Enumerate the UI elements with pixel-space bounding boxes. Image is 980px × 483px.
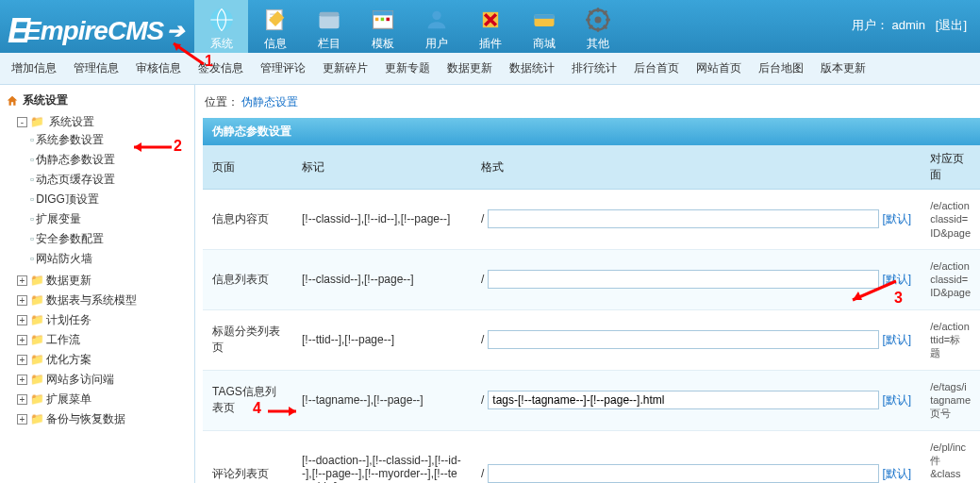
cell-target: /e/tags/i tagname 页号 bbox=[921, 370, 980, 430]
menu-icon bbox=[261, 6, 290, 34]
tree-leaf[interactable]: 安全参数配置 bbox=[36, 232, 104, 245]
file-icon: ▫ bbox=[30, 153, 34, 166]
cell-target: /e/action ttid=标题 bbox=[921, 309, 980, 370]
cell-target: /e/pl/inc 件&class ID&page 序&temp bbox=[921, 430, 980, 483]
menu-商城[interactable]: 商城 bbox=[517, 0, 571, 53]
user-label: 用户： bbox=[852, 18, 889, 32]
tree-leaf[interactable]: 系统参数设置 bbox=[36, 133, 104, 146]
format-input[interactable] bbox=[488, 391, 878, 409]
table-row: 信息列表页[!--classid--],[!--page--]/[默认]/e/a… bbox=[203, 249, 980, 309]
breadcrumb-link[interactable]: 伪静态设置 bbox=[241, 95, 298, 108]
sub-menu: 增加信息管理信息审核信息签发信息管理评论更新碎片更新专题数据更新数据统计排行统计… bbox=[0, 53, 980, 85]
submenu-item[interactable]: 后台地图 bbox=[758, 60, 804, 76]
tree-toggle-icon[interactable]: + bbox=[17, 375, 27, 385]
cell-mark: [!--doaction--],[!--classid--],[!--id--]… bbox=[292, 430, 472, 483]
tree-node-system-settings[interactable]: 系统设置 bbox=[49, 115, 94, 128]
file-icon: ▫ bbox=[30, 212, 34, 225]
submenu-item[interactable]: 管理信息 bbox=[74, 60, 119, 76]
menu-icon bbox=[315, 6, 343, 34]
file-icon: ▫ bbox=[30, 133, 34, 146]
sidebar-tree: -📁 系统设置 ▫系统参数设置▫伪静态参数设置▫动态页缓存设置▫DIGG顶设置▫… bbox=[4, 112, 191, 429]
tree-node[interactable]: 数据更新 bbox=[46, 274, 91, 287]
tree-toggle-icon[interactable]: + bbox=[17, 295, 27, 306]
tree-node[interactable]: 工作流 bbox=[46, 333, 80, 346]
default-link[interactable]: [默认] bbox=[883, 211, 912, 227]
menu-系统[interactable]: 系统 bbox=[194, 0, 248, 53]
tree-node[interactable]: 数据表与系统模型 bbox=[46, 293, 137, 307]
folder-icon: 📁 bbox=[30, 293, 44, 307]
tree-node[interactable]: 计划任务 bbox=[46, 313, 91, 326]
breadcrumb: 位置： 伪静态设置 bbox=[203, 91, 980, 118]
tree-toggle-icon[interactable]: - bbox=[17, 117, 27, 127]
tree-node[interactable]: 扩展菜单 bbox=[46, 392, 91, 406]
tree-node[interactable]: 优化方案 bbox=[46, 353, 91, 366]
tree-leaf[interactable]: 动态页缓存设置 bbox=[36, 173, 115, 186]
menu-icon bbox=[208, 6, 236, 34]
cell-mark: [!--ttid--],[!--page--] bbox=[292, 309, 472, 370]
main-content: 位置： 伪静态设置 伪静态参数设置 页面 标记 格式 对应页面 信息内容页[!-… bbox=[195, 85, 980, 483]
cell-page: 标题分类列表页 bbox=[203, 309, 292, 370]
svg-point-9 bbox=[432, 11, 440, 20]
folder-icon: 📁 bbox=[30, 333, 44, 346]
default-link[interactable]: [默认] bbox=[883, 392, 912, 408]
submenu-item[interactable]: 签发信息 bbox=[198, 60, 243, 76]
submenu-item[interactable]: 数据统计 bbox=[509, 60, 555, 76]
folder-icon: 📁 bbox=[30, 274, 44, 287]
menu-用户[interactable]: 用户 bbox=[409, 0, 463, 53]
menu-栏目[interactable]: 栏目 bbox=[302, 0, 356, 53]
submenu-item[interactable]: 后台首页 bbox=[634, 60, 679, 76]
tree-toggle-icon[interactable]: + bbox=[17, 414, 27, 425]
tree-toggle-icon[interactable]: + bbox=[17, 355, 27, 365]
tree-leaf[interactable]: 扩展变量 bbox=[36, 212, 81, 225]
submenu-item[interactable]: 审核信息 bbox=[136, 60, 181, 76]
logout-link[interactable]: [退出] bbox=[936, 18, 967, 32]
tree-leaf[interactable]: 伪静态参数设置 bbox=[36, 153, 115, 166]
menu-信息[interactable]: 信息 bbox=[248, 0, 302, 53]
user-name: admin bbox=[892, 18, 925, 32]
default-link[interactable]: [默认] bbox=[883, 272, 912, 288]
file-icon: ▫ bbox=[30, 192, 34, 206]
submenu-item[interactable]: 管理评论 bbox=[260, 60, 306, 76]
svg-rect-5 bbox=[373, 11, 392, 16]
format-input[interactable] bbox=[488, 270, 878, 289]
cell-format: /[默认] bbox=[472, 430, 921, 483]
cell-mark: [!--tagname--],[!--page--] bbox=[292, 370, 472, 430]
tree-toggle-icon[interactable]: + bbox=[17, 335, 27, 345]
cell-format: /[默认] bbox=[472, 249, 921, 309]
submenu-item[interactable]: 数据更新 bbox=[447, 60, 492, 76]
format-input[interactable] bbox=[488, 464, 878, 483]
menu-其他[interactable]: 其他 bbox=[571, 0, 624, 53]
format-input[interactable] bbox=[488, 330, 878, 349]
cell-mark: [!--classid--],[!--id--],[!--page--] bbox=[292, 190, 472, 250]
submenu-item[interactable]: 排行统计 bbox=[572, 60, 617, 76]
tree-toggle-icon[interactable]: + bbox=[17, 275, 27, 286]
menu-icon bbox=[584, 6, 612, 34]
tree-leaf[interactable]: 网站防火墙 bbox=[36, 252, 92, 265]
svg-rect-3 bbox=[319, 12, 339, 17]
format-input[interactable] bbox=[488, 209, 878, 228]
top-bar: EEmpireCMS➔ 系统信息栏目模板用户插件商城其他 用户： admin [… bbox=[0, 0, 980, 53]
default-link[interactable]: [默认] bbox=[883, 466, 912, 482]
tree-leaf[interactable]: DIGG顶设置 bbox=[36, 192, 99, 206]
tree-toggle-icon[interactable]: + bbox=[17, 315, 27, 325]
folder-icon: 📁 bbox=[30, 412, 44, 425]
cell-format: /[默认] bbox=[472, 309, 921, 370]
file-icon: ▫ bbox=[30, 232, 34, 245]
tree-node[interactable]: 备份与恢复数据 bbox=[46, 412, 125, 425]
svg-rect-6 bbox=[375, 18, 379, 22]
menu-icon bbox=[530, 6, 558, 34]
submenu-item[interactable]: 版本更新 bbox=[821, 60, 866, 76]
menu-模板[interactable]: 模板 bbox=[356, 0, 409, 53]
tree-toggle-icon[interactable]: + bbox=[17, 394, 27, 405]
cell-format: /[默认] bbox=[472, 370, 921, 430]
submenu-item[interactable]: 更新碎片 bbox=[323, 60, 368, 76]
submenu-item[interactable]: 增加信息 bbox=[11, 60, 57, 76]
folder-icon: 📁 bbox=[30, 353, 44, 366]
tree-node[interactable]: 网站多访问端 bbox=[46, 373, 114, 386]
menu-插件[interactable]: 插件 bbox=[463, 0, 517, 53]
settings-table: 页面 标记 格式 对应页面 信息内容页[!--classid--],[!--id… bbox=[203, 145, 980, 483]
table-row: TAGS信息列表页[!--tagname--],[!--page--]/[默认]… bbox=[203, 370, 980, 430]
submenu-item[interactable]: 更新专题 bbox=[385, 60, 430, 76]
submenu-item[interactable]: 网站首页 bbox=[696, 60, 741, 76]
default-link[interactable]: [默认] bbox=[883, 332, 912, 348]
